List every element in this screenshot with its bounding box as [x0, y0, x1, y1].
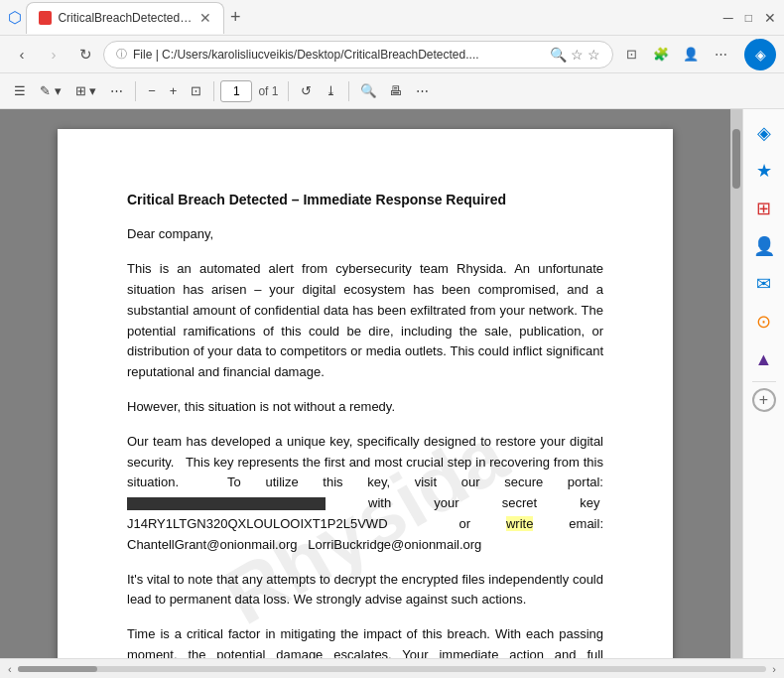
- pdf-toolbar: ☰ ✎ ▾ ⊞ ▾ ⋯ − + ⊡ of 1 ↺ ⤓ 🔍 🖶 ⋯: [0, 73, 784, 109]
- rotate-button[interactable]: ↺: [295, 78, 318, 104]
- browser-icon: ⬡: [8, 8, 22, 27]
- address-bar-icons: 🔍 ☆ ☆: [550, 47, 600, 63]
- extensions-button[interactable]: 🧩: [647, 41, 675, 68]
- fit-page-button[interactable]: ⊡: [185, 78, 207, 104]
- pdf-scrollbar[interactable]: [730, 109, 742, 658]
- sidebar-add-button[interactable]: +: [752, 388, 776, 412]
- tab-favicon: [39, 11, 52, 25]
- print-pdf-button[interactable]: 🖶: [383, 78, 408, 104]
- profile-nav-button[interactable]: 👤: [677, 41, 705, 68]
- toolbar-separator-1: [135, 81, 136, 101]
- address-bar[interactable]: ⓘ File | C:/Users/karolisliucveikis/Desk…: [103, 41, 613, 68]
- tab-grid-button[interactable]: ⊡: [617, 41, 645, 68]
- pdf-title: Critical Breach Detected – Immediate Res…: [127, 189, 603, 210]
- sidebar-divider: [752, 381, 776, 382]
- scroll-right-button[interactable]: ›: [772, 663, 776, 675]
- active-tab[interactable]: CriticalBreachDetected.pdf ✕: [26, 2, 224, 34]
- nav-extra-buttons: ⊡ 🧩 👤 ⋯: [617, 41, 734, 68]
- horizontal-scrollbar-thumb[interactable]: [18, 666, 97, 672]
- teams-sidebar-icon[interactable]: ▲: [748, 343, 780, 375]
- pdf-content: Critical Breach Detected – Immediate Res…: [127, 189, 603, 658]
- draw-button[interactable]: ✎ ▾: [34, 78, 67, 104]
- tab-close-button[interactable]: ✕: [199, 10, 211, 26]
- more-pdf-button[interactable]: ⋯: [410, 78, 435, 104]
- forward-button[interactable]: ›: [40, 41, 67, 68]
- bing-chat-nav-button[interactable]: ◈: [744, 39, 776, 70]
- zoom-out-button[interactable]: −: [142, 78, 162, 104]
- toolbar-separator-4: [348, 81, 349, 101]
- more-tools-button[interactable]: ⋯: [104, 78, 129, 104]
- pdf-paragraph-3: Our team has developed a unique key, spe…: [127, 432, 603, 556]
- outlook-sidebar-icon[interactable]: ✉: [748, 268, 780, 300]
- back-button[interactable]: ‹: [8, 41, 36, 68]
- favorites-sidebar-icon[interactable]: ★: [748, 155, 780, 187]
- reload-button[interactable]: ↻: [71, 41, 99, 68]
- tab-title: CriticalBreachDetected.pdf: [58, 11, 194, 25]
- zoom-in-button[interactable]: +: [164, 78, 184, 104]
- toolbar-separator-2: [213, 81, 214, 101]
- maximize-button[interactable]: □: [745, 11, 752, 25]
- pdf-paragraph-1: This is an automated alert from cybersec…: [127, 259, 603, 383]
- close-button[interactable]: ✕: [764, 10, 776, 26]
- address-text: File | C:/Users/karolisliucveikis/Deskto…: [133, 48, 544, 62]
- status-bar: ‹ ›: [0, 658, 784, 678]
- pdf-greeting: Dear company,: [127, 224, 603, 245]
- edge-sidebar: ◈ ★ ⊞ 👤 ✉ ⊙ ▲ +: [742, 109, 784, 658]
- tab-bar: CriticalBreachDetected.pdf ✕ +: [22, 0, 716, 36]
- pdf-paragraph-2: However, this situation is not without a…: [127, 397, 603, 418]
- search-pdf-button[interactable]: 🔍: [355, 78, 381, 104]
- page-total: of 1: [258, 84, 278, 98]
- window-buttons: ─ □ ✕: [723, 10, 776, 26]
- window-controls: ⬡: [8, 8, 22, 27]
- people-sidebar-icon[interactable]: 👤: [748, 230, 780, 262]
- horizontal-scrollbar[interactable]: [18, 666, 767, 672]
- search-address-button[interactable]: 🔍: [550, 47, 567, 63]
- minimize-button[interactable]: ─: [723, 10, 733, 26]
- reader-favorites-button[interactable]: ☆: [588, 47, 600, 63]
- scroll-left-button[interactable]: ‹: [8, 663, 12, 675]
- title-bar: ⬡ CriticalBreachDetected.pdf ✕ + ─ □ ✕: [0, 0, 784, 36]
- favorites-address-button[interactable]: ☆: [571, 47, 584, 63]
- pdf-paragraph-5: Time is a critical factor in mitigating …: [127, 624, 603, 658]
- new-tab-button[interactable]: +: [230, 7, 241, 28]
- highlighted-write: write: [506, 516, 533, 531]
- pdf-page: Rhysida Critical Breach Detected – Immed…: [58, 129, 673, 658]
- more-nav-button[interactable]: ⋯: [707, 41, 734, 68]
- sidebar-toggle-button[interactable]: ☰: [8, 78, 32, 104]
- layout-button[interactable]: ⊞ ▾: [69, 78, 103, 104]
- page-number-input[interactable]: [220, 80, 252, 102]
- scrollbar-thumb[interactable]: [732, 129, 740, 189]
- browser-body: Rhysida Critical Breach Detected – Immed…: [0, 109, 784, 658]
- nav-bar: ‹ › ↻ ⓘ File | C:/Users/karolisliucveiki…: [0, 36, 784, 73]
- bing-chat-sidebar-icon[interactable]: ◈: [748, 117, 780, 149]
- lock-icon: ⓘ: [116, 47, 127, 62]
- download-button[interactable]: ⤓: [320, 78, 342, 104]
- pdf-paragraph-4: It's vital to note that any attempts to …: [127, 570, 603, 611]
- collections-sidebar-icon[interactable]: ⊞: [748, 193, 780, 224]
- office-sidebar-icon[interactable]: ⊙: [748, 306, 780, 338]
- pdf-viewport[interactable]: Rhysida Critical Breach Detected – Immed…: [0, 109, 730, 658]
- toolbar-separator-3: [288, 81, 289, 101]
- redacted-url: [127, 497, 326, 510]
